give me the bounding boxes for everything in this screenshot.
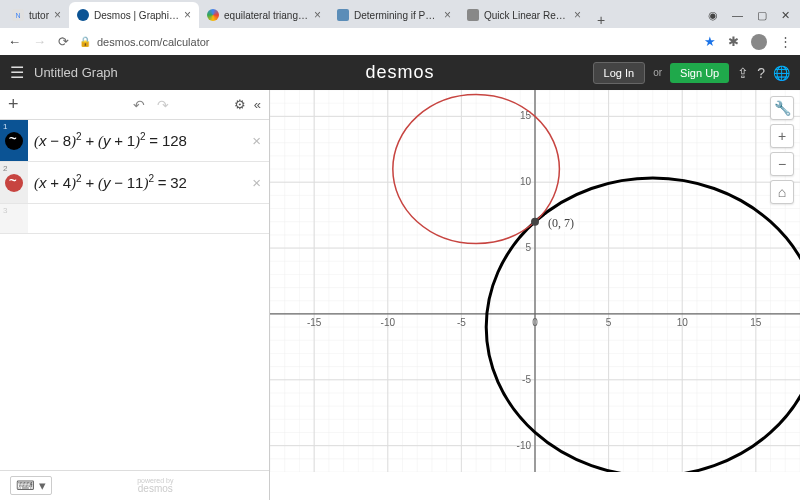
settings-icon[interactable]: ⚙	[234, 97, 246, 112]
close-window-icon[interactable]: ✕	[781, 9, 790, 22]
address-bar: ← → ⟳ 🔒 desmos.com/calculator ★ ✱ ⋮	[0, 28, 800, 55]
tab-title: tutor	[29, 10, 49, 21]
expression-color-icon[interactable]	[5, 174, 23, 192]
expression-sidebar[interactable]: 2	[0, 162, 28, 203]
browser-chrome: N tutor × Desmos | Graphing C × equilate…	[0, 0, 800, 55]
nav-buttons: ← → ⟳	[8, 34, 69, 49]
browser-tab[interactable]: Quick Linear Regress ×	[459, 2, 589, 28]
favicon-icon	[467, 9, 479, 21]
graph-area[interactable]: -15-10-5051015-10-551015 🔧 + − ⌂ (0, 7)	[270, 90, 800, 500]
delete-expression-icon[interactable]: ×	[244, 174, 269, 191]
new-tab-button[interactable]: +	[589, 12, 613, 28]
main-area: + ↶ ↷ ⚙ « 1 (x − 8)2 + (y + 1)2 = 128 × …	[0, 90, 800, 500]
undo-redo: ↶ ↷	[83, 97, 169, 113]
svg-text:-15: -15	[307, 317, 322, 328]
expression-row-empty[interactable]: 3	[0, 204, 269, 234]
help-icon[interactable]: ?	[757, 65, 765, 81]
zoom-out-button[interactable]: −	[770, 152, 794, 176]
browser-tab[interactable]: Determining if Polyn ×	[329, 2, 459, 28]
minimize-icon[interactable]: —	[732, 9, 743, 21]
menu-icon[interactable]: ⋮	[779, 34, 792, 49]
svg-text:-5: -5	[522, 374, 531, 385]
svg-text:10: 10	[520, 176, 532, 187]
extension-icon[interactable]: ✱	[728, 34, 739, 49]
url-field[interactable]: 🔒 desmos.com/calculator	[79, 36, 694, 48]
tab-bar: N tutor × Desmos | Graphing C × equilate…	[0, 0, 800, 28]
expression-row[interactable]: 2 (x + 4)2 + (y − 11)2 = 32 ×	[0, 162, 269, 204]
forward-button[interactable]: →	[33, 34, 46, 49]
signup-button[interactable]: Sign Up	[670, 63, 729, 83]
profile-icon[interactable]	[751, 34, 767, 50]
graph-controls: 🔧 + − ⌂	[770, 96, 794, 204]
login-button[interactable]: Log In	[593, 62, 646, 84]
svg-text:-10: -10	[381, 317, 396, 328]
expression-color-icon[interactable]	[5, 132, 23, 150]
keyboard-toggle-icon[interactable]: ⌨ ▾	[10, 476, 52, 495]
browser-tab-active[interactable]: Desmos | Graphing C ×	[69, 2, 199, 28]
expression-number: 2	[3, 164, 7, 173]
delete-expression-icon[interactable]: ×	[244, 132, 269, 149]
lock-icon: 🔒	[79, 36, 91, 47]
favicon-icon	[337, 9, 349, 21]
panel-footer: ⌨ ▾ powered by desmos	[0, 470, 269, 500]
close-icon[interactable]: ×	[184, 8, 191, 22]
wrench-icon[interactable]: 🔧	[770, 96, 794, 120]
tab-title: Desmos | Graphing C	[94, 10, 179, 21]
expression-formula[interactable]: (x − 8)2 + (y + 1)2 = 128	[28, 123, 244, 158]
graph-title[interactable]: Untitled Graph	[34, 65, 118, 80]
reload-button[interactable]: ⟳	[58, 34, 69, 49]
close-icon[interactable]: ×	[444, 8, 451, 22]
bookmark-star-icon[interactable]: ★	[704, 34, 716, 49]
zoom-in-button[interactable]: +	[770, 124, 794, 148]
expression-number: 1	[3, 122, 7, 131]
desmos-header: ☰ Untitled Graph desmos Log In or Sign U…	[0, 55, 800, 90]
home-button[interactable]: ⌂	[770, 180, 794, 204]
point-label: (0, 7)	[545, 215, 577, 232]
expression-sidebar: 3	[0, 204, 28, 233]
back-button[interactable]: ←	[8, 34, 21, 49]
svg-text:15: 15	[750, 317, 762, 328]
close-icon[interactable]: ×	[314, 8, 321, 22]
stop-icon[interactable]: ◉	[708, 9, 718, 22]
redo-button[interactable]: ↷	[157, 97, 169, 113]
browser-tab[interactable]: equilateral triangle tr ×	[199, 2, 329, 28]
window-controls: ◉ — ▢ ✕	[708, 2, 800, 28]
svg-text:5: 5	[525, 242, 531, 253]
close-icon[interactable]: ×	[54, 8, 61, 22]
svg-text:-10: -10	[517, 440, 532, 451]
language-icon[interactable]: 🌐	[773, 65, 790, 81]
favicon-icon	[77, 9, 89, 21]
expression-row[interactable]: 1 (x − 8)2 + (y + 1)2 = 128 ×	[0, 120, 269, 162]
header-right: Log In or Sign Up ⇪ ? 🌐	[593, 62, 790, 84]
expression-number: 3	[3, 206, 7, 215]
favicon-icon	[207, 9, 219, 21]
addr-bar-right: ★ ✱ ⋮	[704, 34, 792, 50]
graph-canvas[interactable]: -15-10-5051015-10-551015	[270, 90, 800, 472]
desmos-logo: desmos	[365, 62, 434, 83]
hamburger-menu-icon[interactable]: ☰	[10, 63, 24, 82]
or-text: or	[653, 67, 662, 78]
svg-text:5: 5	[606, 317, 612, 328]
expression-formula[interactable]: (x + 4)2 + (y − 11)2 = 32	[28, 165, 244, 200]
tab-title: Determining if Polyn	[354, 10, 439, 21]
svg-text:10: 10	[677, 317, 689, 328]
undo-button[interactable]: ↶	[133, 97, 145, 113]
powered-by: powered by desmos	[137, 477, 173, 494]
svg-text:0: 0	[532, 317, 538, 328]
add-expression-button[interactable]: +	[8, 94, 19, 115]
close-icon[interactable]: ×	[574, 8, 581, 22]
svg-text:-5: -5	[457, 317, 466, 328]
browser-tab[interactable]: N tutor ×	[4, 2, 69, 28]
panel-toolbar: + ↶ ↷ ⚙ «	[0, 90, 269, 120]
expression-formula[interactable]	[28, 211, 269, 227]
expression-panel: + ↶ ↷ ⚙ « 1 (x − 8)2 + (y + 1)2 = 128 × …	[0, 90, 270, 500]
expression-sidebar[interactable]: 1	[0, 120, 28, 161]
svg-point-95	[531, 218, 539, 226]
share-icon[interactable]: ⇪	[737, 65, 749, 81]
collapse-panel-icon[interactable]: «	[254, 97, 261, 112]
tab-title: equilateral triangle tr	[224, 10, 309, 21]
maximize-icon[interactable]: ▢	[757, 9, 767, 22]
url-text: desmos.com/calculator	[97, 36, 210, 48]
favicon-icon: N	[12, 9, 24, 21]
tab-title: Quick Linear Regress	[484, 10, 569, 21]
